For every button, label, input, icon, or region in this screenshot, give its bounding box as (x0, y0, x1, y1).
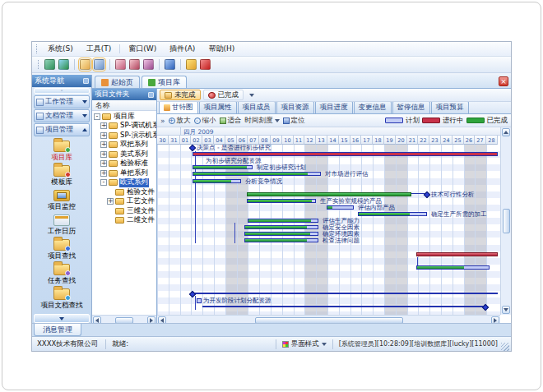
client-monitor-icon[interactable] (44, 59, 55, 70)
menu-item-3[interactable]: 窗口(W) (122, 42, 163, 56)
toolbar-overflow-chevron[interactable]: » (160, 117, 165, 125)
ui-style-button[interactable]: 界面样式 (279, 339, 330, 349)
tree-column-header[interactable]: 名称 (92, 100, 156, 111)
gantt-bar[interactable] (244, 225, 318, 229)
sidebar-group-3[interactable]: 项目管理 (34, 123, 90, 136)
tree-node-欧式系列[interactable]: -欧式系列 (92, 178, 156, 188)
tree-node-三维文件[interactable]: 三维文件 (92, 206, 156, 216)
report-icon[interactable] (115, 59, 126, 70)
sidebar-item-工作日历[interactable]: 工作日历 (32, 214, 91, 237)
tree-node-SP-调试机系[interactable]: +SP-调试机系 (92, 122, 156, 131)
tree-node-单把系列[interactable]: +单把系列 (92, 168, 156, 178)
refresh-icon[interactable] (143, 59, 154, 70)
filter-more-chevron[interactable] (249, 94, 254, 97)
tree-node-检验文件[interactable]: 检验文件 (92, 187, 156, 197)
menubar-grip[interactable] (36, 44, 39, 53)
fit-button[interactable]: 适合 (220, 116, 242, 126)
task-label: 决策点 - 是否进行初步研究 (197, 145, 271, 152)
expand-icon[interactable]: + (100, 151, 107, 158)
help-icon[interactable] (165, 59, 175, 70)
sidebar-item-项目查找[interactable]: 项目查找 (32, 239, 91, 261)
pin-icon[interactable] (148, 92, 154, 98)
locate-button[interactable]: 定位 (283, 116, 305, 126)
unfinished-filter-button[interactable]: 未完成 (160, 90, 201, 100)
expand-icon[interactable]: + (100, 122, 107, 129)
sidebar-item-项目监控[interactable]: 项目监控 (32, 190, 91, 212)
zoom-in-button[interactable]: +放大 (169, 116, 191, 126)
weekend-column (304, 145, 316, 315)
toolbar-grip[interactable] (38, 60, 40, 69)
lock-icon[interactable] (186, 59, 197, 70)
tree-node-二维文件[interactable]: 二维文件 (92, 216, 156, 226)
menu-item-1[interactable]: 系统(S) (41, 42, 80, 56)
gantt-bar[interactable] (248, 219, 318, 223)
milestone-square[interactable] (197, 298, 202, 303)
exit-icon[interactable] (200, 59, 211, 70)
gantt-tab-甘特图[interactable]: 甘特图 (159, 102, 198, 113)
tree-node-美式系列[interactable]: +美式系列 (92, 150, 156, 159)
gantt-tab-项目进度[interactable]: 项目进度 (315, 102, 353, 113)
time-scale-button[interactable]: 时间刻度 (245, 116, 280, 126)
tab-项目库[interactable]: 项目库 (142, 76, 187, 88)
gantt-tab-变更信息[interactable]: 变更信息 (354, 102, 392, 113)
menu-item-4[interactable]: 插件(A) (163, 42, 202, 56)
chart-icon[interactable] (129, 59, 140, 70)
pin-icon[interactable] (83, 78, 89, 84)
gantt-bar[interactable] (193, 172, 321, 176)
menu-item-2[interactable]: 工具(T) (80, 42, 118, 56)
gantt-bar[interactable] (416, 252, 498, 256)
gantt-bar[interactable] (193, 165, 253, 169)
resize-grip[interactable] (501, 343, 509, 351)
close-icon[interactable]: × (499, 76, 508, 86)
tab-起始页[interactable]: 起始页 (95, 76, 140, 88)
sidebar-item-任务查找[interactable]: 任务查找 (32, 264, 91, 286)
menu-item-5[interactable]: 帮助(H) (202, 42, 241, 56)
sidebar-group-1[interactable]: 工作管理 (34, 95, 90, 108)
message-manager-tab[interactable]: 消息管理 (34, 324, 81, 336)
gantt-tab-项目成员[interactable]: 项目成员 (238, 102, 276, 113)
expand-icon[interactable]: + (100, 170, 107, 177)
gantt-bar[interactable] (247, 192, 411, 196)
gantt-bar[interactable] (244, 238, 318, 242)
tree-node-检验标准[interactable]: +检验标准 (92, 159, 156, 169)
sidebar-group-2[interactable]: 文档管理 (34, 109, 90, 122)
gantt-bar[interactable] (193, 152, 498, 156)
gantt-bar[interactable] (247, 199, 316, 203)
gantt-bar[interactable] (244, 232, 318, 236)
expand-icon[interactable]: + (100, 141, 107, 148)
gantt-bar[interactable] (327, 205, 354, 210)
scroll-up-icon[interactable] (502, 128, 510, 136)
sidebar-bottom-stub[interactable] (34, 314, 90, 323)
scroll-thumb[interactable] (503, 209, 510, 233)
gantt-tab-项目资源[interactable]: 项目资源 (276, 102, 314, 113)
open-project-icon[interactable] (80, 59, 90, 70)
tree-node-项目库[interactable]: -项目库 (92, 112, 156, 122)
expand-icon[interactable]: + (100, 132, 107, 139)
gantt-tab-项目属性[interactable]: 项目属性 (199, 102, 237, 113)
tree-node-SP-演示机系[interactable]: +SP-演示机系 (92, 131, 156, 141)
expand-icon[interactable]: + (100, 160, 107, 167)
sidebar-item-模板库[interactable]: 模板库 (32, 165, 91, 187)
sidebar-collapse-strip[interactable]: - (34, 88, 90, 94)
scroll-down-icon[interactable] (502, 306, 510, 314)
expand-icon[interactable]: + (107, 198, 114, 205)
gantt-tab-暂停信息[interactable]: 暂停信息 (392, 102, 430, 113)
summary-line[interactable] (202, 306, 485, 307)
project-window-icon[interactable] (94, 59, 104, 70)
globe-icon[interactable] (58, 59, 69, 70)
gantt-bar[interactable] (416, 265, 490, 270)
gantt-bar[interactable] (358, 212, 427, 216)
sidebar-item-项目库[interactable]: 项目库 (32, 141, 91, 163)
tree-node-双把系列[interactable]: +双把系列 (92, 141, 156, 150)
tree-node-工艺文件[interactable]: +工艺文件 (92, 197, 156, 207)
folder-icon (53, 288, 70, 300)
collapse-icon[interactable]: - (100, 179, 107, 186)
gantt-bar[interactable] (193, 179, 241, 183)
gantt-vscrollbar[interactable] (500, 127, 511, 315)
summary-line[interactable] (193, 293, 498, 294)
zoom-out-button[interactable]: -缩小 (194, 116, 216, 126)
sidebar-item-项目文档查找[interactable]: 项目文档查找 (32, 288, 91, 311)
collapse-icon[interactable]: - (94, 113, 100, 120)
finished-filter-button[interactable]: 已完成 (203, 90, 244, 100)
gantt-tab-项目预算[interactable]: 项目预算 (431, 102, 469, 113)
